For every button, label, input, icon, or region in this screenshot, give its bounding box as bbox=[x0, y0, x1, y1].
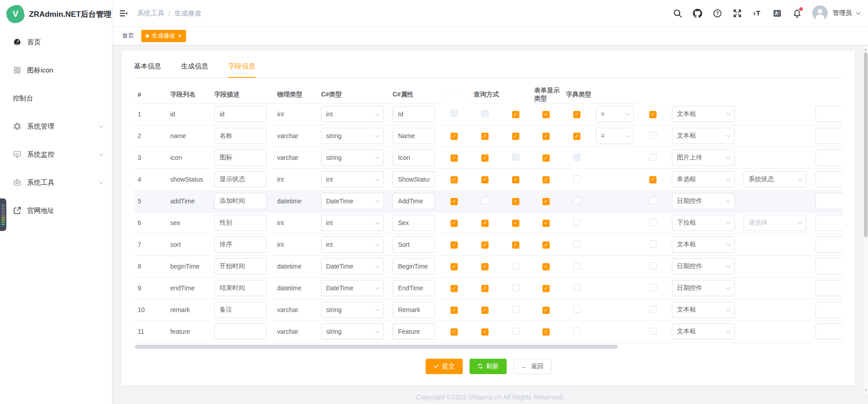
extra-input[interactable] bbox=[815, 280, 843, 296]
tag-home[interactable]: 首页 bbox=[120, 32, 137, 40]
vertical-scrollbar-thumb[interactable] bbox=[864, 53, 868, 237]
csharp-type-select[interactable]: DateTime bbox=[321, 280, 384, 296]
csharp-type-select[interactable]: int bbox=[321, 106, 384, 122]
display-type-select[interactable]: 图片上传 bbox=[672, 149, 735, 166]
submit-button[interactable]: 提交 bbox=[426, 359, 463, 374]
extra-input[interactable] bbox=[815, 171, 843, 188]
display-type-select[interactable]: 文本框 bbox=[672, 236, 735, 253]
dict-type-select[interactable]: 请选择 bbox=[743, 215, 806, 231]
field-desc-input[interactable] bbox=[214, 323, 267, 340]
csharp-type-select[interactable]: string bbox=[321, 302, 384, 318]
tab-1[interactable]: 生成信息 bbox=[181, 62, 208, 77]
csharp-type-select[interactable]: DateTime bbox=[321, 258, 384, 274]
csharp-prop-input[interactable] bbox=[393, 323, 435, 340]
required-checkbox[interactable] bbox=[649, 327, 657, 335]
query-type-select[interactable]: = bbox=[596, 128, 634, 144]
edit-checkbox[interactable]: ✓ bbox=[481, 133, 489, 140]
display-type-select[interactable]: 文本框 bbox=[672, 323, 735, 340]
insert-checkbox[interactable]: ✓ bbox=[451, 241, 458, 249]
query-checkbox[interactable] bbox=[573, 197, 580, 204]
list-checkbox[interactable]: ✓ bbox=[542, 220, 550, 227]
user-name[interactable]: 管理员 bbox=[833, 9, 852, 17]
search-icon[interactable] bbox=[673, 9, 682, 18]
field-desc-input[interactable] bbox=[214, 193, 267, 209]
extra-input[interactable] bbox=[815, 215, 843, 231]
display-type-select[interactable]: 日期控件 bbox=[672, 193, 735, 209]
back-button[interactable]: ← 返回 bbox=[513, 359, 551, 374]
required-checkbox[interactable] bbox=[649, 284, 657, 291]
required-checkbox[interactable] bbox=[649, 306, 657, 313]
breadcrumb-item-parent[interactable]: 系统工具 bbox=[137, 9, 164, 18]
csharp-type-select[interactable]: DateTime bbox=[321, 193, 384, 209]
edit-checkbox[interactable]: ✓ bbox=[481, 285, 489, 292]
sort-checkbox[interactable] bbox=[512, 284, 519, 291]
extra-input[interactable] bbox=[815, 193, 843, 209]
insert-checkbox[interactable]: ✓ bbox=[451, 133, 458, 140]
query-checkbox[interactable] bbox=[573, 262, 580, 269]
required-checkbox[interactable] bbox=[649, 240, 657, 248]
sort-checkbox[interactable] bbox=[512, 262, 519, 269]
extra-input[interactable] bbox=[815, 128, 843, 144]
font-size-icon[interactable]: TT bbox=[753, 9, 762, 18]
extra-input[interactable] bbox=[815, 258, 843, 274]
required-checkbox[interactable] bbox=[649, 154, 657, 161]
tab-2[interactable]: 字段信息 bbox=[228, 62, 255, 78]
insert-checkbox[interactable]: ✓ bbox=[451, 220, 458, 227]
csharp-type-select[interactable]: int bbox=[321, 215, 384, 231]
extra-input[interactable] bbox=[815, 302, 843, 318]
edit-checkbox[interactable]: ✓ bbox=[481, 154, 489, 162]
insert-checkbox[interactable]: ✓ bbox=[451, 263, 458, 270]
close-icon[interactable]: × bbox=[178, 33, 182, 39]
list-checkbox[interactable]: ✓ bbox=[542, 241, 550, 249]
required-checkbox[interactable]: ✓ bbox=[649, 176, 657, 183]
github-icon[interactable] bbox=[693, 9, 702, 18]
sort-checkbox[interactable] bbox=[512, 154, 519, 161]
insert-checkbox[interactable]: ✓ bbox=[451, 285, 458, 292]
query-checkbox[interactable] bbox=[573, 240, 580, 248]
edit-checkbox[interactable] bbox=[481, 110, 489, 117]
insert-checkbox[interactable] bbox=[451, 110, 458, 117]
field-desc-input[interactable] bbox=[214, 302, 267, 318]
scroll-down-arrow-icon[interactable]: ▼ bbox=[863, 389, 868, 392]
list-checkbox[interactable]: ✓ bbox=[542, 176, 550, 183]
required-checkbox[interactable] bbox=[649, 197, 657, 204]
help-icon[interactable]: ? bbox=[713, 9, 722, 18]
list-checkbox[interactable]: ✓ bbox=[542, 154, 550, 162]
sidebar-item-icons[interactable]: 图标icon bbox=[0, 56, 112, 84]
extra-input[interactable] bbox=[815, 323, 843, 340]
horizontal-scrollbar-thumb[interactable] bbox=[135, 345, 618, 349]
list-checkbox[interactable]: ✓ bbox=[542, 328, 550, 336]
field-desc-input[interactable] bbox=[214, 149, 267, 166]
sidebar-item-home[interactable]: 首页 bbox=[0, 28, 112, 56]
display-type-select[interactable]: 文本框 bbox=[672, 302, 735, 318]
sidebar-item-system-admin[interactable]: 系统管理 bbox=[0, 112, 112, 140]
display-type-select[interactable]: 文本框 bbox=[672, 128, 735, 144]
display-type-select[interactable]: 文本框 bbox=[672, 106, 735, 122]
csharp-prop-input[interactable] bbox=[393, 258, 435, 274]
csharp-prop-input[interactable] bbox=[393, 193, 435, 209]
list-checkbox[interactable]: ✓ bbox=[542, 307, 550, 314]
field-desc-input[interactable] bbox=[214, 236, 267, 253]
edit-checkbox[interactable]: ✓ bbox=[481, 328, 489, 336]
sort-checkbox[interactable]: ✓ bbox=[512, 198, 519, 205]
list-checkbox[interactable]: ✓ bbox=[542, 263, 550, 270]
edit-checkbox[interactable]: ✓ bbox=[481, 220, 489, 227]
sort-checkbox[interactable]: ✓ bbox=[512, 133, 519, 140]
csharp-prop-input[interactable] bbox=[393, 149, 435, 166]
required-checkbox[interactable] bbox=[649, 219, 657, 226]
sort-checkbox[interactable]: ✓ bbox=[512, 220, 519, 227]
csharp-prop-input[interactable] bbox=[393, 280, 435, 296]
sort-checkbox[interactable]: ✓ bbox=[512, 111, 519, 118]
vertical-scrollbar[interactable]: ▲ ▼ bbox=[863, 46, 868, 393]
query-checkbox[interactable] bbox=[573, 219, 580, 226]
extra-input[interactable] bbox=[815, 149, 843, 166]
csharp-type-select[interactable]: string bbox=[321, 128, 384, 144]
query-type-select[interactable]: = bbox=[596, 106, 634, 122]
app-logo[interactable]: V ZRAdmin.NET后台管理 bbox=[0, 0, 112, 28]
notification-icon[interactable] bbox=[792, 9, 802, 18]
csharp-prop-input[interactable] bbox=[393, 215, 435, 231]
edit-checkbox[interactable]: ✓ bbox=[481, 307, 489, 314]
sidebar-item-console[interactable]: 控制台 bbox=[0, 84, 112, 112]
query-checkbox[interactable] bbox=[573, 154, 580, 161]
csharp-type-select[interactable]: int bbox=[321, 171, 384, 188]
